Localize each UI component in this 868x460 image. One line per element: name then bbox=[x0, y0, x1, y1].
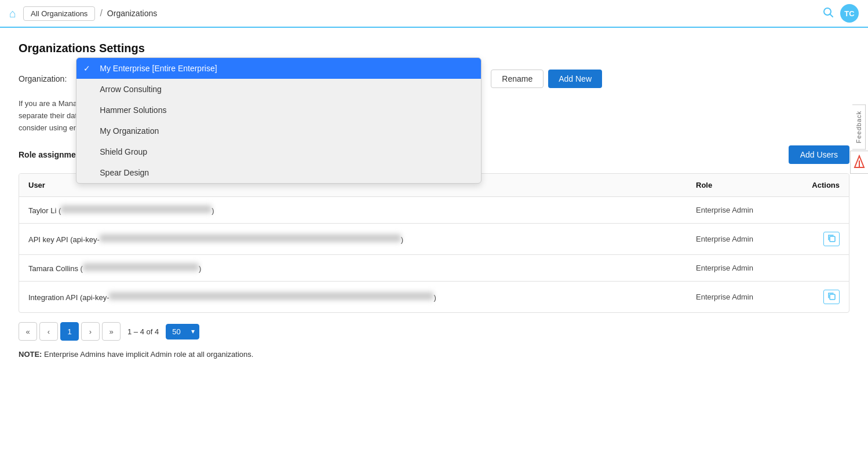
home-icon[interactable]: ⌂ bbox=[9, 7, 16, 20]
svg-rect-2 bbox=[830, 236, 835, 242]
rename-button[interactable]: Rename bbox=[491, 70, 544, 88]
add-new-button[interactable]: Add New bbox=[548, 70, 602, 88]
note-bold: NOTE: bbox=[19, 350, 42, 359]
actions-cell-4 bbox=[791, 282, 849, 313]
table-row: API key API (api-key-) Enterprise Admin bbox=[19, 224, 849, 255]
action-buttons: Rename Add New bbox=[491, 70, 602, 88]
check-icon: ✓ bbox=[83, 64, 90, 73]
breadcrumb-current: Organizations bbox=[107, 9, 157, 18]
dropdown-item-2[interactable]: Hammer Solutions bbox=[76, 100, 481, 121]
svg-rect-3 bbox=[830, 294, 835, 300]
user-cell-3: Tamara Collins () bbox=[19, 255, 687, 282]
page-info: 1 – 4 of 4 bbox=[127, 327, 159, 336]
org-dropdown: ✓ My Enterprise [Entire Enterprise] Arro… bbox=[76, 57, 482, 184]
page-title: Organizations Settings bbox=[19, 42, 849, 55]
user-email-blurred-4 bbox=[109, 292, 433, 300]
per-page-wrapper: 10 25 50 100 bbox=[166, 324, 199, 339]
add-users-button[interactable]: Add Users bbox=[789, 145, 849, 164]
feedback-tab[interactable]: Feedback bbox=[852, 104, 866, 149]
right-sidebar: Feedback bbox=[850, 104, 868, 174]
table-row: Taylor Li () Enterprise Admin bbox=[19, 197, 849, 224]
col-header-role: Role bbox=[687, 174, 791, 197]
main-content: Organizations Settings Organization: ✓ M… bbox=[0, 28, 868, 373]
user-email-blurred-2 bbox=[100, 234, 401, 242]
users-table-container: User Role Actions Taylor Li () Enterpris… bbox=[19, 173, 849, 313]
avatar[interactable]: TC bbox=[840, 4, 859, 23]
actions-cell-2 bbox=[791, 224, 849, 255]
dropdown-item-1[interactable]: Arrow Consulting bbox=[76, 79, 481, 100]
last-page-button[interactable]: » bbox=[102, 322, 121, 341]
per-page-select[interactable]: 10 25 50 100 bbox=[166, 324, 199, 339]
user-email-blurred-1 bbox=[61, 205, 211, 213]
role-cell-3: Enterprise Admin bbox=[687, 255, 791, 282]
org-select-wrapper: ✓ My Enterprise [Entire Enterprise] Arro… bbox=[76, 69, 482, 89]
dropdown-item-4[interactable]: Shield Group bbox=[76, 141, 481, 162]
actions-cell-1 bbox=[791, 197, 849, 224]
search-icon[interactable] bbox=[823, 7, 833, 20]
header-right: TC bbox=[823, 4, 859, 23]
pagination: « ‹ 1 › » 1 – 4 of 4 10 25 50 100 bbox=[19, 313, 849, 345]
table-row: Integration API (api-key-) Enterprise Ad… bbox=[19, 282, 849, 313]
page-1-button[interactable]: 1 bbox=[60, 322, 79, 341]
users-table: User Role Actions Taylor Li () Enterpris… bbox=[19, 174, 849, 312]
breadcrumb-all-orgs-button[interactable]: All Organizations bbox=[23, 6, 95, 21]
svg-line-1 bbox=[830, 14, 833, 17]
role-cell-1: Enterprise Admin bbox=[687, 197, 791, 224]
note-text: Enterprise Admins have implicit Admin ro… bbox=[42, 350, 253, 359]
dropdown-item-3[interactable]: My Organization bbox=[76, 121, 481, 141]
svg-point-0 bbox=[824, 8, 831, 15]
col-header-actions: Actions bbox=[791, 174, 849, 197]
user-cell-1: Taylor Li () bbox=[19, 197, 687, 224]
org-label: Organization: bbox=[19, 74, 67, 83]
dropdown-item-0[interactable]: ✓ My Enterprise [Entire Enterprise] bbox=[76, 58, 481, 79]
breadcrumb-separator: / bbox=[100, 8, 102, 19]
first-page-button[interactable]: « bbox=[19, 322, 37, 341]
copy-button-4[interactable] bbox=[823, 290, 840, 304]
ascend-logo[interactable] bbox=[850, 151, 868, 174]
user-email-blurred-3 bbox=[83, 263, 199, 271]
role-cell-4: Enterprise Admin bbox=[687, 282, 791, 313]
next-page-button[interactable]: › bbox=[81, 322, 100, 341]
prev-page-button[interactable]: ‹ bbox=[39, 322, 58, 341]
organization-row: Organization: ✓ My Enterprise [Entire En… bbox=[19, 69, 849, 89]
role-cell-2: Enterprise Admin bbox=[687, 224, 791, 255]
actions-cell-3 bbox=[791, 255, 849, 282]
copy-button-2[interactable] bbox=[823, 232, 840, 246]
table-row: Tamara Collins () Enterprise Admin bbox=[19, 255, 849, 282]
table-body: Taylor Li () Enterprise Admin API key AP… bbox=[19, 197, 849, 313]
note: NOTE: Enterprise Admins have implicit Ad… bbox=[19, 350, 849, 359]
user-cell-4: Integration API (api-key-) bbox=[19, 282, 687, 313]
dropdown-item-5[interactable]: Spear Design bbox=[76, 162, 481, 183]
header: ⌂ All Organizations / Organizations TC bbox=[0, 0, 868, 28]
user-cell-2: API key API (api-key-) bbox=[19, 224, 687, 255]
